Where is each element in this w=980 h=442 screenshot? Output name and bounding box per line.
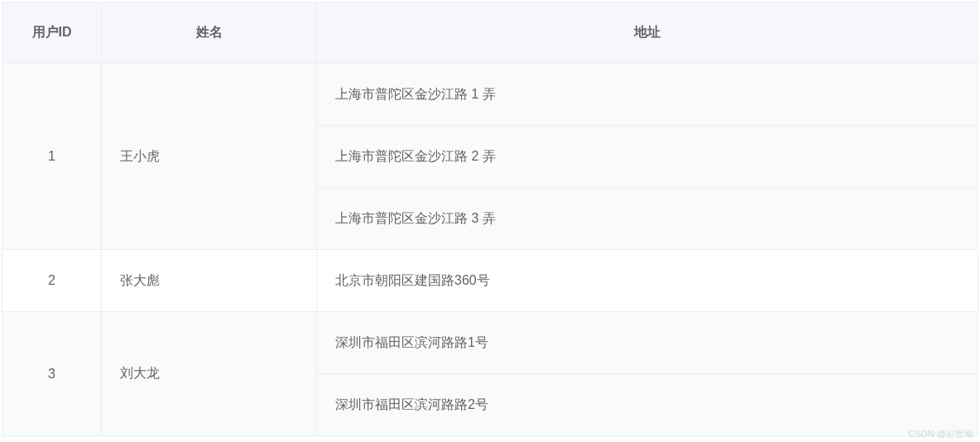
address-row: 上海市普陀区金沙江路 3 弄 bbox=[317, 188, 978, 250]
cell-address-group: 北京市朝阳区建国路360号 bbox=[317, 250, 978, 312]
table-row: 3 刘大龙 深圳市福田区滨河路路1号 深圳市福田区滨河路路2号 bbox=[2, 312, 978, 436]
address-row: 上海市普陀区金沙江路 2 弄 bbox=[317, 126, 978, 188]
header-address: 地址 bbox=[317, 2, 978, 64]
cell-name: 张大彪 bbox=[102, 250, 317, 312]
cell-address-group: 深圳市福田区滨河路路1号 深圳市福田区滨河路路2号 bbox=[317, 312, 978, 436]
address-row: 深圳市福田区滨河路路2号 bbox=[317, 374, 978, 436]
address-text: 上海市普陀区金沙江路 2 弄 bbox=[317, 126, 978, 188]
address-text: 北京市朝阳区建国路360号 bbox=[317, 250, 978, 311]
watermark: CSDN @彭世瑜 bbox=[909, 428, 973, 438]
cell-user-id: 1 bbox=[2, 64, 102, 250]
table-row: 1 王小虎 上海市普陀区金沙江路 1 弄 上海市普陀区金沙江路 2 弄 上海市普… bbox=[2, 64, 978, 250]
table-body: 1 王小虎 上海市普陀区金沙江路 1 弄 上海市普陀区金沙江路 2 弄 上海市普… bbox=[2, 64, 978, 436]
cell-name: 刘大龙 bbox=[102, 312, 317, 436]
address-row: 上海市普陀区金沙江路 1 弄 bbox=[317, 64, 978, 126]
address-text: 上海市普陀区金沙江路 3 弄 bbox=[317, 188, 978, 250]
cell-user-id: 3 bbox=[2, 312, 102, 436]
address-sub-table: 深圳市福田区滨河路路1号 深圳市福田区滨河路路2号 bbox=[317, 312, 978, 435]
address-text: 上海市普陀区金沙江路 1 弄 bbox=[317, 64, 978, 126]
user-table: 用户ID 姓名 地址 1 王小虎 上海市普陀区金沙江路 1 弄 上海市普陀区金沙… bbox=[2, 2, 978, 436]
table-header-row: 用户ID 姓名 地址 bbox=[2, 2, 978, 64]
address-row: 北京市朝阳区建国路360号 bbox=[317, 250, 978, 311]
address-sub-table: 上海市普陀区金沙江路 1 弄 上海市普陀区金沙江路 2 弄 上海市普陀区金沙江路… bbox=[317, 64, 978, 249]
cell-user-id: 2 bbox=[2, 250, 102, 312]
address-sub-table: 北京市朝阳区建国路360号 bbox=[317, 250, 978, 311]
header-name: 姓名 bbox=[102, 2, 317, 64]
header-user-id: 用户ID bbox=[2, 2, 102, 64]
address-row: 深圳市福田区滨河路路1号 bbox=[317, 312, 978, 374]
cell-address-group: 上海市普陀区金沙江路 1 弄 上海市普陀区金沙江路 2 弄 上海市普陀区金沙江路… bbox=[317, 64, 978, 250]
table-row: 2 张大彪 北京市朝阳区建国路360号 bbox=[2, 250, 978, 312]
address-text: 深圳市福田区滨河路路2号 bbox=[317, 374, 978, 436]
cell-name: 王小虎 bbox=[102, 64, 317, 250]
address-text: 深圳市福田区滨河路路1号 bbox=[317, 312, 978, 374]
